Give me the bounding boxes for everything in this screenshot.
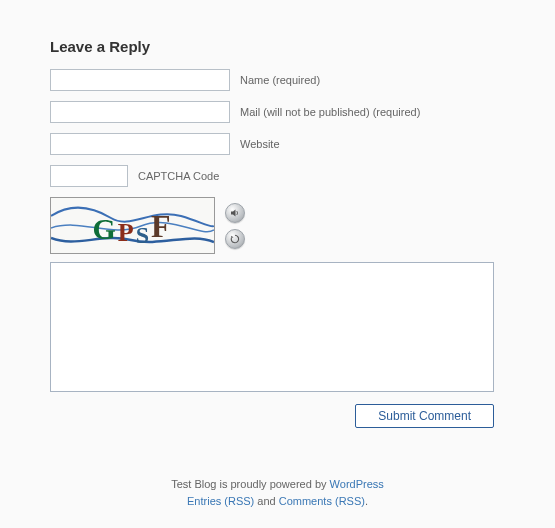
captcha-char: G — [92, 211, 117, 244]
captcha-char: S — [136, 221, 151, 247]
name-row: Name (required) — [50, 69, 505, 91]
website-label: Website — [240, 138, 280, 150]
website-input[interactable] — [50, 133, 230, 155]
captcha-image-row: GPSF — [50, 197, 505, 254]
refresh-icon[interactable] — [225, 229, 245, 249]
captcha-char: P — [118, 217, 136, 246]
reply-form: Leave a Reply Name (required) Mail (will… — [0, 0, 555, 519]
submit-row: Submit Comment — [50, 404, 494, 428]
footer-and: and — [254, 495, 278, 507]
captcha-label: CAPTCHA Code — [138, 170, 219, 182]
captcha-input[interactable] — [50, 165, 128, 187]
mail-row: Mail (will not be published) (required) — [50, 101, 505, 123]
audio-icon[interactable] — [225, 203, 245, 223]
submit-button[interactable]: Submit Comment — [355, 404, 494, 428]
entries-rss-link[interactable]: Entries (RSS) — [187, 495, 254, 507]
website-row: Website — [50, 133, 505, 155]
captcha-controls — [225, 203, 245, 249]
comment-textarea[interactable] — [50, 262, 494, 392]
mail-input[interactable] — [50, 101, 230, 123]
footer: Test Blog is proudly powered by WordPres… — [50, 476, 505, 509]
wordpress-link[interactable]: WordPress — [330, 478, 384, 490]
captcha-text: GPSF — [92, 207, 172, 244]
footer-suffix: . — [365, 495, 368, 507]
name-input[interactable] — [50, 69, 230, 91]
form-heading: Leave a Reply — [50, 38, 505, 55]
comments-rss-link[interactable]: Comments (RSS) — [279, 495, 365, 507]
captcha-image: GPSF — [50, 197, 215, 254]
captcha-char: F — [151, 207, 173, 243]
captcha-code-row: CAPTCHA Code — [50, 165, 505, 187]
mail-label: Mail (will not be published) (required) — [240, 106, 420, 118]
footer-text: Test Blog is proudly powered by — [171, 478, 329, 490]
name-label: Name (required) — [240, 74, 320, 86]
